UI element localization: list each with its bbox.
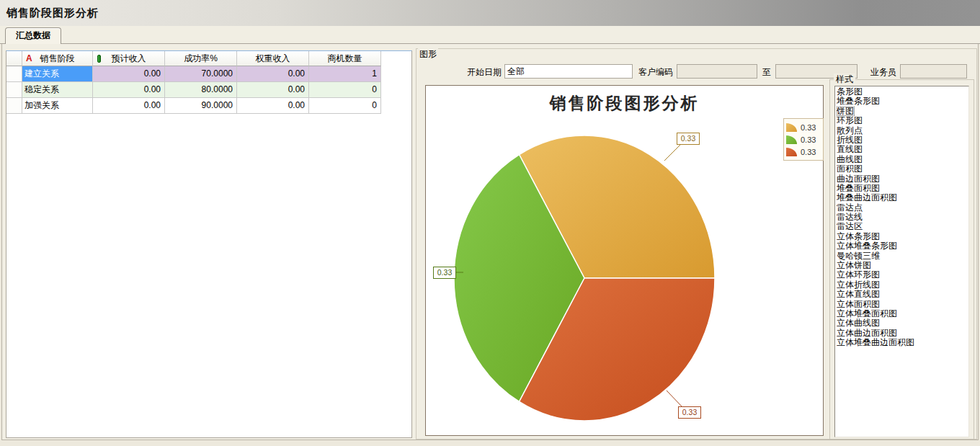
table-row[interactable]: 加强关系0.0090.00000.000 — [6, 98, 381, 114]
pie-callout-line — [664, 145, 680, 161]
customer-code-input[interactable] — [677, 64, 757, 79]
table-cell[interactable]: 0.00 — [93, 66, 165, 82]
legend-value: 0.33 — [801, 123, 816, 132]
legend-entry: 0.33 — [786, 133, 821, 146]
style-list-item[interactable]: 散列点 — [837, 126, 968, 135]
style-list-item[interactable]: 立体曲边面积图 — [837, 329, 968, 338]
style-list-item[interactable]: 雷达区 — [837, 222, 968, 231]
customer-code-label: 客户编码 — [633, 66, 673, 78]
sort-a-icon: A — [26, 51, 32, 66]
table-row[interactable]: 稳定关系0.0080.00000.000 — [6, 82, 381, 98]
style-list-item[interactable]: 立体直线图 — [837, 290, 968, 299]
column-header-expected-revenue[interactable]: 预计收入 — [93, 51, 165, 66]
style-list-item[interactable]: 曲线图 — [837, 155, 968, 164]
pie-data-label: 0.33 — [433, 267, 456, 279]
style-list-item[interactable]: 直线图 — [837, 145, 968, 154]
graph-group-label: 图形 — [418, 48, 438, 61]
summary-grid-panel: A 销售阶段 预计收入 成功率% 权重收入 商机数量 建立关系0.0070.00… — [6, 50, 412, 438]
table-cell[interactable]: 0.00 — [93, 82, 165, 98]
app-window: { "window": { "title": "销售阶段图形分析" }, "ta… — [0, 0, 980, 446]
table-cell[interactable]: 90.0000 — [165, 98, 237, 114]
pie-chart — [426, 86, 823, 435]
style-list-item[interactable]: 立体曲线图 — [837, 318, 968, 328]
style-list-item[interactable]: 堆叠面积图 — [837, 184, 968, 193]
table-cell[interactable]: 70.0000 — [165, 66, 237, 82]
table-cell[interactable]: 0.00 — [93, 98, 165, 114]
pie-callout-line — [667, 391, 682, 406]
style-list-item[interactable]: 条形图 — [837, 87, 968, 97]
summary-grid: A 销售阶段 预计收入 成功率% 权重收入 商机数量 建立关系0.0070.00… — [6, 51, 381, 114]
style-list-item[interactable]: 立体饼图 — [837, 261, 968, 270]
style-list: 条形图堆叠条形图饼图环形图散列点折线图直线图曲线图面积图曲边面积图堆叠面积图堆叠… — [834, 86, 969, 437]
column-header-opportunity-count[interactable]: 商机数量 — [309, 51, 381, 66]
legend-value: 0.33 — [801, 135, 816, 144]
style-group-label: 样式 — [834, 73, 855, 86]
salesperson-input[interactable] — [900, 64, 967, 79]
table-cell[interactable]: 0 — [309, 82, 381, 98]
style-list-item[interactable]: 饼图 — [837, 107, 855, 116]
table-cell[interactable]: 建立关系 — [22, 66, 93, 82]
column-header-success-rate[interactable]: 成功率% — [165, 51, 237, 66]
table-row[interactable]: 建立关系0.0070.00000.001 — [6, 66, 381, 82]
row-selector-header — [6, 51, 22, 66]
table-cell[interactable] — [6, 98, 22, 114]
style-list-item[interactable]: 立体面积图 — [837, 300, 968, 309]
tab-summary-data[interactable]: 汇总数据 — [5, 27, 61, 44]
pie-data-label: 0.33 — [677, 133, 700, 145]
field-type-icon — [97, 55, 101, 63]
style-list-item[interactable]: 雷达点 — [837, 203, 968, 213]
table-cell[interactable]: 稳定关系 — [22, 82, 93, 98]
style-list-item[interactable]: 立体堆叠面积图 — [837, 309, 968, 318]
to-label: 至 — [760, 66, 771, 78]
chart-legend: 0.330.330.33 — [783, 118, 824, 161]
table-cell[interactable]: 0.00 — [237, 82, 309, 98]
legend-entry: 0.33 — [786, 146, 821, 158]
grid-body: 建立关系0.0070.00000.001稳定关系0.0080.00000.000… — [6, 66, 381, 114]
tab-strip: 汇总数据 — [0, 26, 980, 44]
grid-header-row: A 销售阶段 预计收入 成功率% 权重收入 商机数量 — [6, 51, 381, 66]
style-list-item[interactable]: 曲边面积图 — [837, 174, 968, 184]
style-list-item[interactable]: 雷达线 — [837, 213, 968, 222]
style-list-item[interactable]: 立体环形图 — [837, 270, 968, 280]
style-list-item[interactable]: 立体堆叠条形图 — [837, 241, 968, 251]
table-cell[interactable]: 80.0000 — [165, 82, 237, 98]
title-bar: 销售阶段图形分析 — [0, 0, 980, 26]
style-list-item[interactable]: 堆叠曲边面积图 — [837, 193, 968, 202]
style-list-item[interactable]: 折线图 — [837, 135, 968, 145]
table-cell[interactable]: 加强关系 — [22, 98, 93, 114]
style-list-item[interactable]: 堆叠条形图 — [837, 97, 968, 106]
start-date-label: 开始日期 — [454, 66, 502, 78]
style-list-item[interactable]: 立体条形图 — [837, 232, 968, 241]
column-header-weighted-revenue[interactable]: 权重收入 — [237, 51, 309, 66]
style-list-item[interactable]: 面积图 — [837, 164, 968, 174]
legend-value: 0.33 — [801, 148, 816, 156]
style-list-item[interactable]: 立体堆叠曲边面积图 — [837, 338, 968, 347]
page-title: 销售阶段图形分析 — [6, 6, 99, 20]
chart-area: 销售阶段图形分析 0.33 0.33 0.33 0.330.330.33 — [425, 85, 824, 436]
table-cell[interactable]: 0.00 — [237, 98, 309, 114]
style-list-item[interactable]: 环形图 — [837, 116, 968, 125]
legend-swatch-icon — [786, 148, 797, 156]
table-cell[interactable]: 0.00 — [237, 66, 309, 82]
column-header-stage[interactable]: A 销售阶段 — [22, 51, 93, 66]
table-cell[interactable] — [6, 66, 22, 82]
style-list-item[interactable]: 曼哈顿三维 — [837, 251, 968, 261]
start-date-input[interactable] — [504, 64, 633, 79]
table-cell[interactable]: 1 — [309, 66, 381, 82]
table-cell[interactable]: 0 — [309, 98, 381, 114]
salesperson-label: 业务员 — [866, 66, 896, 78]
legend-entry: 0.33 — [786, 121, 821, 133]
pie-data-label: 0.33 — [678, 406, 701, 419]
legend-swatch-icon — [786, 135, 797, 144]
table-cell[interactable] — [6, 82, 22, 98]
chart-title: 销售阶段图形分析 — [426, 92, 823, 115]
style-list-item[interactable]: 立体折线图 — [837, 280, 968, 290]
legend-swatch-icon — [786, 123, 797, 132]
